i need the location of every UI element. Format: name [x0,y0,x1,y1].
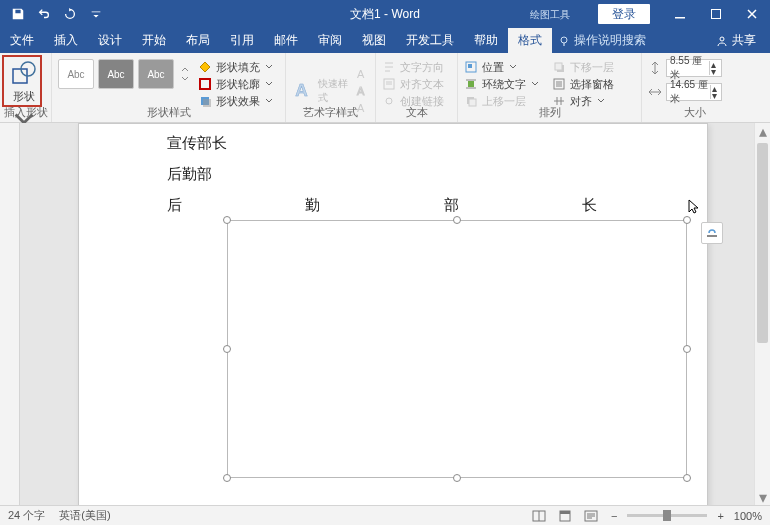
close-button[interactable] [734,0,770,28]
svg-text:A: A [357,68,365,80]
quick-access-toolbar [0,2,108,26]
svg-rect-4 [563,43,564,46]
wrap-text-button[interactable]: 环绕文字 [464,76,540,92]
group-arrange: 位置 环绕文字 上移一层 下移一层 选择窗格 对齐 排列 [458,53,642,122]
tab-format[interactable]: 格式 [508,28,552,53]
qat-customize-icon[interactable] [84,2,108,26]
view-read-mode-button[interactable] [529,508,549,524]
send-backward-button[interactable]: 下移一层 [552,59,614,75]
tab-mailings[interactable]: 邮件 [264,28,308,53]
resize-handle-br[interactable] [683,474,691,482]
tab-file[interactable]: 文件 [0,28,44,53]
align-text-button[interactable]: 对齐文本 [382,76,444,92]
text-outline-icon[interactable]: A [355,83,369,99]
zoom-level[interactable]: 100% [734,510,762,522]
work-area: 宣传部长 后勤部 后 勤 部 长 [0,123,770,505]
share-button[interactable]: 共享 [716,28,770,53]
svg-point-5 [720,37,724,41]
mouse-cursor-icon [687,198,703,218]
contextual-tab-label: 绘图工具 [522,0,578,28]
resize-handle-tm[interactable] [453,216,461,224]
tab-layout[interactable]: 布局 [176,28,220,53]
ribbon-tabs: 文件 插入 设计 开始 布局 引用 邮件 审阅 视图 开发工具 帮助 格式 操作… [0,28,770,53]
svg-point-3 [561,37,567,43]
scroll-up-icon[interactable]: ▴ [755,123,770,139]
document-viewport: 宣传部长 后勤部 后 勤 部 长 [20,123,770,505]
save-button[interactable] [6,2,30,26]
tab-review[interactable]: 审阅 [308,28,352,53]
page: 宣传部长 后勤部 后 勤 部 长 [78,123,708,505]
tab-view[interactable]: 视图 [352,28,396,53]
minimize-button[interactable] [662,0,698,28]
svg-text:A: A [357,85,365,97]
tab-design[interactable]: 设计 [88,28,132,53]
style-preset-3[interactable]: Abc [138,59,174,89]
window-controls [626,0,770,28]
tab-help[interactable]: 帮助 [464,28,508,53]
resize-handle-bl[interactable] [223,474,231,482]
text-line-2: 后勤部 [167,165,619,184]
document-title: 文档1 - Word [350,6,420,23]
title-bar: 文档1 - Word 绘图工具 登录 [0,0,770,28]
width-icon [648,85,662,99]
text-direction-button[interactable]: 文字方向 [382,59,444,75]
tab-references[interactable]: 引用 [220,28,264,53]
zoom-slider[interactable] [627,514,707,517]
ribbon-options-button[interactable] [626,0,662,28]
ribbon: 形状 插入形状 Abc Abc Abc 形状填充 形状轮廓 形状效果 形状样式 [0,53,770,123]
scroll-down-icon[interactable]: ▾ [755,489,770,505]
group-wordart-styles: A 快速样式 A A A 艺术字样式 [286,53,376,122]
group-shape-styles: Abc Abc Abc 形状填充 形状轮廓 形状效果 形状样式 [52,53,286,122]
language-status[interactable]: 英语(美国) [59,508,110,523]
tab-home[interactable]: 开始 [132,28,176,53]
style-preset-1[interactable]: Abc [58,59,94,89]
resize-handle-ml[interactable] [223,345,231,353]
text-fill-icon[interactable]: A [355,66,369,82]
resize-handle-bm[interactable] [453,474,461,482]
undo-button[interactable] [32,2,56,26]
shape-height-input[interactable]: 8.55 厘米▴▾ [666,59,722,77]
selection-pane-button[interactable]: 选择窗格 [552,76,614,92]
zoom-in-button[interactable]: + [713,510,727,522]
tab-developer[interactable]: 开发工具 [396,28,464,53]
shape-rectangle[interactable] [227,220,687,478]
svg-rect-0 [639,9,649,16]
shape-outline-button[interactable]: 形状轮廓 [198,76,274,92]
shape-fill-button[interactable]: 形状填充 [198,59,274,75]
maximize-button[interactable] [698,0,734,28]
tell-me-search[interactable]: 操作说明搜索 [552,28,646,53]
text-line-1: 宣传部长 [167,134,619,153]
status-bar: 24 个字 英语(美国) − + 100% [0,505,770,525]
svg-text:A: A [295,80,308,100]
zoom-slider-thumb[interactable] [663,510,671,521]
svg-rect-1 [675,17,685,19]
vertical-scrollbar[interactable]: ▴ ▾ [754,123,770,505]
svg-rect-2 [712,10,721,19]
scrollbar-thumb[interactable] [757,143,768,343]
height-icon [648,61,662,75]
text-line-3: 后 勤 部 长 [167,196,597,215]
redo-button[interactable] [58,2,82,26]
wordart-quickstyles-button[interactable]: A 快速样式 [292,76,349,106]
resize-handle-tl[interactable] [223,216,231,224]
style-gallery-expand[interactable] [180,59,190,89]
page-content[interactable]: 宣传部长 后勤部 后 勤 部 长 [79,124,707,215]
group-insert-shape: 形状 插入形状 [0,53,52,122]
svg-rect-8 [200,79,210,89]
view-web-layout-button[interactable] [581,508,601,524]
word-count[interactable]: 24 个字 [8,508,45,523]
view-print-layout-button[interactable] [555,508,575,524]
resize-handle-mr[interactable] [683,345,691,353]
layout-options-button[interactable] [701,222,723,244]
shape-width-input[interactable]: 14.65 厘米▴▾ [666,83,722,101]
svg-rect-17 [468,64,472,68]
vertical-ruler[interactable] [0,123,20,505]
tab-insert[interactable]: 插入 [44,28,88,53]
selected-shape[interactable] [221,214,693,484]
position-button[interactable]: 位置 [464,59,540,75]
group-size: 8.55 厘米▴▾ 14.65 厘米▴▾ 大小 [642,53,748,122]
svg-rect-22 [555,63,562,70]
svg-rect-28 [560,511,570,514]
style-preset-2[interactable]: Abc [98,59,134,89]
zoom-out-button[interactable]: − [607,510,621,522]
